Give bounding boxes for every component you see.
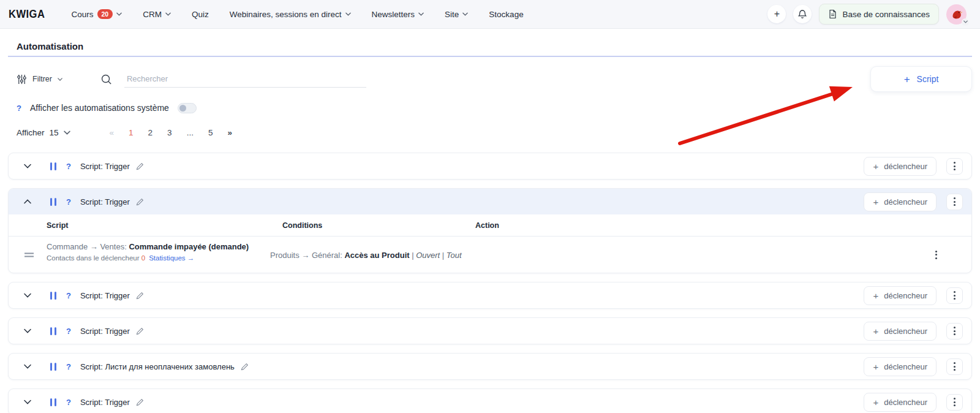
pager: « 1 2 3 ... 5 » — [110, 128, 232, 137]
add-trigger-button[interactable]: + déclencheur — [864, 393, 937, 412]
edit-pencil-icon[interactable] — [241, 363, 249, 371]
nav-item-site[interactable]: Site — [445, 10, 468, 19]
page-title: Automatisation — [17, 41, 963, 51]
search-input[interactable] — [124, 70, 366, 88]
condition-separator: | — [410, 250, 417, 259]
help-icon[interactable]: ? — [66, 162, 71, 171]
pause-icon[interactable] — [50, 398, 56, 406]
kebab-menu-button[interactable] — [946, 394, 963, 411]
plus-icon: + — [873, 326, 878, 336]
expand-chevron-icon[interactable] — [24, 328, 34, 333]
collapse-chevron-icon[interactable] — [24, 199, 34, 204]
notifications-button[interactable] — [793, 5, 812, 23]
pause-icon[interactable] — [50, 363, 56, 371]
kebab-menu-button[interactable] — [946, 323, 963, 339]
page-size-value: 15 — [50, 128, 59, 137]
filter-button[interactable]: Filtrer — [17, 74, 62, 85]
nav-item-quiz[interactable]: Quiz — [192, 10, 209, 19]
system-automations-toggle[interactable] — [178, 103, 197, 113]
kwiga-logo[interactable]: KWIGA — [9, 8, 45, 21]
kebab-menu-button[interactable] — [946, 358, 963, 375]
help-icon[interactable]: ? — [66, 291, 71, 300]
drag-handle-icon[interactable] — [22, 250, 36, 259]
statistics-link[interactable]: Statistiques → — [149, 254, 194, 262]
plus-icon: + — [873, 197, 878, 207]
add-trigger-button[interactable]: + déclencheur — [864, 357, 937, 376]
nav-item-stockage[interactable]: Stockage — [489, 10, 523, 19]
kebab-menu-button[interactable] — [946, 287, 963, 304]
column-header-action: Action — [475, 221, 499, 230]
trigger-script-cell: Commande → Ventes: Commande impayée (dem… — [47, 242, 249, 262]
cours-count-badge: 20 — [97, 9, 113, 20]
bird-icon — [949, 7, 964, 21]
help-icon[interactable]: ? — [17, 104, 21, 113]
kebab-menu-button[interactable] — [946, 158, 963, 175]
add-button[interactable]: + — [767, 5, 786, 23]
pager-prev[interactable]: « — [110, 128, 115, 137]
search-icon — [100, 74, 112, 85]
nav-item-label: Site — [445, 10, 459, 19]
contacts-label: Contacts dans le déclencheur — [47, 254, 141, 262]
add-script-label: Script — [917, 74, 939, 84]
nav-item-label: Newsletters — [372, 10, 415, 19]
nav-item-crm[interactable]: CRM — [143, 10, 171, 19]
help-icon[interactable]: ? — [66, 197, 71, 206]
script-row: ? Script: Листи для неоплачених замовлен… — [8, 353, 972, 380]
filter-label: Filtrer — [32, 75, 52, 83]
script-title: Script: Trigger — [80, 197, 130, 206]
column-header-conditions: Conditions — [282, 221, 322, 230]
help-icon[interactable]: ? — [66, 362, 71, 371]
page-size-select[interactable]: Afficher 15 — [17, 128, 70, 137]
edit-pencil-icon[interactable] — [136, 162, 144, 170]
nav-item-webinaires[interactable]: Webinaires, sessions en direct — [230, 10, 351, 19]
pager-page-3[interactable]: 3 — [167, 128, 172, 137]
nav-item-cours[interactable]: Cours 20 — [72, 9, 123, 20]
show-label: Afficher — [17, 128, 45, 137]
avatar[interactable] — [946, 4, 967, 25]
add-trigger-button[interactable]: + déclencheur — [864, 286, 937, 305]
knowledge-base-button[interactable]: Base de connaissances — [819, 4, 939, 25]
edit-pencil-icon[interactable] — [136, 398, 144, 406]
pager-ellipsis: ... — [187, 128, 194, 137]
help-icon[interactable]: ? — [66, 327, 71, 336]
chevron-down-icon — [418, 12, 424, 16]
edit-pencil-icon[interactable] — [136, 198, 144, 206]
toolbar: Filtrer + Script — [8, 66, 972, 93]
add-script-button[interactable]: + Script — [870, 66, 972, 92]
chevron-down-icon — [462, 12, 468, 16]
add-trigger-button[interactable]: + déclencheur — [864, 157, 937, 176]
edit-pencil-icon[interactable] — [136, 292, 144, 300]
kebab-menu-button[interactable] — [946, 194, 963, 210]
add-trigger-label: déclencheur — [884, 327, 927, 336]
expand-chevron-icon[interactable] — [24, 293, 34, 298]
pause-icon[interactable] — [50, 292, 56, 300]
add-trigger-button[interactable]: + déclencheur — [864, 192, 937, 211]
chevron-down-icon — [345, 12, 351, 16]
expand-chevron-icon[interactable] — [24, 164, 34, 169]
help-icon[interactable]: ? — [66, 398, 71, 407]
title-divider — [8, 56, 972, 57]
script-title: Script: Листи для неоплачених замовлень — [80, 362, 235, 371]
nav-item-newsletters[interactable]: Newsletters — [372, 10, 424, 19]
pause-icon[interactable] — [50, 198, 56, 206]
system-automations-label: Afficher les automatisations système — [30, 103, 169, 113]
plus-icon: + — [873, 362, 878, 372]
bell-icon — [797, 9, 807, 20]
pager-page-5[interactable]: 5 — [208, 128, 213, 137]
edit-pencil-icon[interactable] — [136, 327, 144, 335]
pager-page-2[interactable]: 2 — [148, 128, 153, 137]
expand-chevron-icon[interactable] — [24, 400, 34, 404]
pager-next[interactable]: » — [227, 128, 232, 137]
nav-right-group: + Base de connaissances — [767, 4, 967, 25]
expand-chevron-icon[interactable] — [24, 364, 34, 369]
script-row: ? Script: Trigger + déclencheur — [8, 317, 972, 344]
script-title: Script: Trigger — [80, 327, 130, 336]
filter-sliders-icon — [17, 74, 27, 85]
pager-page-1[interactable]: 1 — [129, 128, 134, 137]
contacts-count: 0 — [141, 254, 145, 262]
add-trigger-button[interactable]: + déclencheur — [864, 322, 937, 341]
toggle-knob — [179, 105, 186, 112]
pause-icon[interactable] — [50, 162, 56, 170]
pause-icon[interactable] — [50, 327, 56, 335]
kebab-menu-button[interactable] — [933, 248, 940, 262]
